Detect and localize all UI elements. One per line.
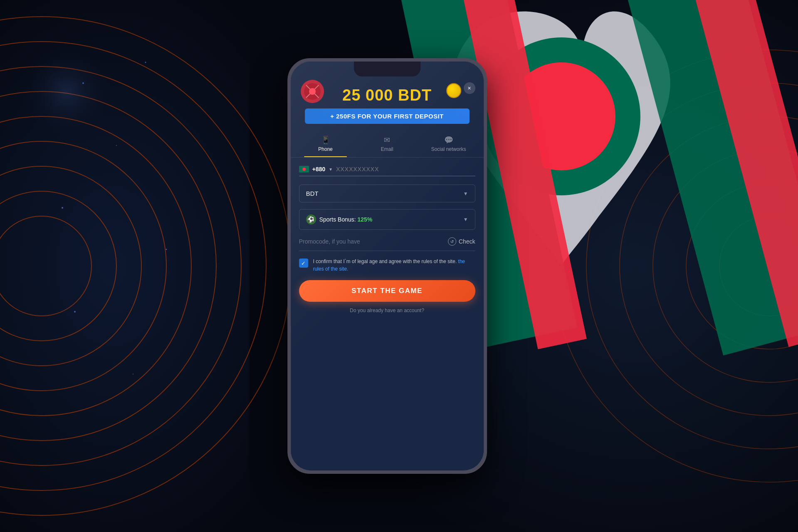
svg-point-13	[686, 183, 798, 349]
bonus-dropdown-arrow: ▼	[463, 217, 468, 222]
currency-select[interactable]: BDT ▼	[299, 185, 475, 202]
svg-point-16	[586, 83, 798, 449]
tab-social-label: Social networks	[431, 146, 466, 152]
svg-point-15	[620, 116, 798, 416]
close-button[interactable]: ×	[464, 82, 475, 94]
chip-decoration	[300, 79, 325, 104]
bonus-icon: ⚽	[306, 214, 316, 224]
svg-point-30	[133, 374, 133, 374]
bonus-select[interactable]: ⚽ Sports Bonus: 125% ▼	[299, 209, 475, 230]
agree-checkbox[interactable]: ✓	[299, 259, 308, 268]
check-icon: ↺	[448, 237, 456, 246]
phone-frame: 25 000 BDT + 250FS FOR YOUR FIRST DEPOSI…	[287, 58, 487, 474]
svg-point-8	[0, 91, 216, 441]
phone-notch	[354, 62, 420, 76]
svg-point-28	[166, 249, 167, 250]
bonus-percent: 125%	[358, 216, 373, 223]
agree-text: I confirm that I`m of legal age and agre…	[313, 258, 475, 273]
svg-point-18	[482, 37, 640, 195]
promo-placeholder[interactable]: Promocode, if you have	[299, 238, 360, 245]
tabs-row: 📱 Phone ✉ Email 💬 Social networks	[291, 131, 484, 158]
svg-point-6	[0, 141, 166, 391]
svg-point-5	[0, 166, 141, 366]
svg-point-4	[0, 191, 116, 341]
svg-point-31	[17, 42, 116, 141]
coin-decoration	[446, 83, 461, 98]
svg-point-34	[309, 88, 316, 95]
check-label: Check	[459, 238, 475, 245]
form-area: +880 ▼ BDT ▼ ⚽ Sports Bonus: 125% ▼	[291, 158, 484, 326]
country-dropdown-arrow[interactable]: ▼	[329, 167, 333, 172]
tab-social[interactable]: 💬 Social networks	[418, 131, 479, 157]
social-tab-icon: 💬	[444, 135, 453, 145]
tab-phone[interactable]: 📱 Phone	[295, 131, 356, 157]
country-code: +880	[312, 166, 326, 172]
bonus-banner: + 250FS FOR YOUR FIRST DEPOSIT	[305, 108, 469, 124]
svg-point-7	[0, 116, 191, 416]
bottom-text: Do you already have an account?	[299, 308, 475, 318]
currency-dropdown-arrow: ▼	[463, 191, 468, 197]
svg-point-17	[553, 50, 798, 482]
phone-input-row: +880 ▼	[299, 166, 475, 176]
phone-tab-icon: 📱	[321, 135, 330, 145]
start-game-button[interactable]: START THE GAME	[299, 280, 475, 302]
phone-mockup: 25 000 BDT + 250FS FOR YOUR FIRST DEPOSI…	[287, 58, 487, 474]
svg-point-29	[74, 311, 76, 313]
currency-value: BDT	[306, 190, 319, 197]
phone-screen: 25 000 BDT + 250FS FOR YOUR FIRST DEPOSI…	[291, 62, 484, 470]
check-button[interactable]: ↺ Check	[448, 237, 475, 246]
svg-point-10	[0, 42, 266, 490]
promo-row: Promocode, if you have ↺ Check	[299, 237, 475, 251]
svg-point-27	[62, 207, 63, 209]
phone-number-input[interactable]	[336, 166, 475, 172]
agree-row: ✓ I confirm that I`m of legal age and ag…	[299, 258, 475, 273]
tab-email-label: Email	[381, 146, 393, 152]
bonus-label-text: Sports Bonus:	[319, 216, 356, 223]
svg-point-19	[507, 62, 615, 170]
svg-point-14	[653, 150, 798, 382]
agree-text-main: I confirm that I`m of legal age and agre…	[313, 259, 457, 264]
tab-email[interactable]: ✉ Email	[356, 131, 418, 157]
svg-point-25	[145, 62, 146, 63]
svg-point-11	[0, 17, 291, 515]
email-tab-icon: ✉	[384, 135, 390, 145]
svg-point-3	[0, 216, 91, 316]
svg-point-24	[82, 82, 84, 84]
country-flag	[299, 166, 309, 172]
svg-rect-22	[626, 0, 798, 355]
svg-point-26	[116, 145, 117, 146]
svg-point-12	[719, 216, 798, 316]
svg-point-9	[0, 66, 241, 466]
phone-side-button	[485, 145, 487, 174]
tab-phone-label: Phone	[318, 146, 333, 152]
flag-circle	[302, 167, 306, 171]
svg-rect-23	[692, 0, 798, 347]
bonus-label: Sports Bonus: 125%	[319, 216, 460, 223]
